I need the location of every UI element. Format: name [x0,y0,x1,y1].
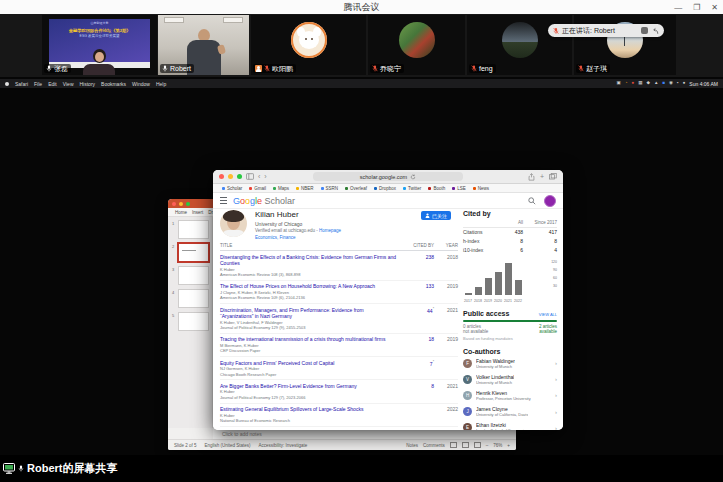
cited-by-count[interactable]: 8 [402,383,434,400]
zoom-in-button[interactable]: + [507,443,510,448]
bookmark-item[interactable]: Maps [273,186,289,191]
status-icon[interactable]: ◔ [625,81,628,86]
language-indicator[interactable]: English (United States) [205,443,251,448]
participant-tile-ouyangpeng[interactable]: 欧阳鹏 [251,15,366,75]
menubar-clock[interactable]: Sun 4:06 AM [689,81,718,87]
accessibility-status[interactable]: Accessibility: Investigate [259,443,308,448]
slide-thumbnail[interactable]: 2 [178,243,209,262]
coauthor-row[interactable]: EEthan IlzetzkiLondon School of Economic… [463,420,557,430]
notes-button[interactable]: Notes [406,443,418,448]
slide-thumbnail[interactable]: 5 [178,312,209,331]
maximize-button[interactable]: ❐ [693,3,700,12]
account-avatar[interactable] [544,195,556,207]
coauthor-row[interactable]: FFabian WaldingerUniversity of Munich› [463,355,557,371]
coauthor-row[interactable]: JJames CloyneUniversity of California, D… [463,404,557,420]
col-cited-by[interactable]: CITED BY [402,243,434,248]
slideshow-icon[interactable] [474,442,481,448]
publication-title-link[interactable]: The Effect of House Prices on Household … [220,283,397,290]
coauthor-name[interactable]: Volker Lindenthal [476,374,514,380]
back-arrow-icon[interactable] [651,27,659,35]
publication-row[interactable]: The Effect of House Prices on Household … [220,281,458,304]
zoom-traffic-light[interactable] [237,174,242,179]
status-icon[interactable]: ● [631,81,634,86]
close-button[interactable]: ✕ [711,3,718,12]
coauthor-name[interactable]: Fabian Waldinger [476,358,515,364]
coauthor-row[interactable]: HHenrik KlevenProfessor, Princeton Unive… [463,387,557,403]
forward-button[interactable]: › [264,173,266,180]
bookmark-item[interactable]: NBER [296,186,314,191]
cited-by-title[interactable]: Cited by [463,210,557,217]
zoom-traffic-light[interactable] [186,202,190,206]
metric-label[interactable]: i10-index [463,247,499,253]
bookmark-item[interactable]: News [473,186,489,191]
bookmark-item[interactable]: LSE [452,186,466,191]
bookmark-item[interactable]: Booth [428,186,445,191]
close-traffic-light[interactable] [172,202,176,206]
status-icon[interactable]: ▲ [654,81,658,86]
sidebar-icon[interactable] [246,173,254,180]
menu-hamburger-icon[interactable] [220,197,227,204]
col-title[interactable]: TITLE [220,243,402,248]
participant-tile-zhanglei[interactable]: 山东财经大学 金融学院国际合作论坛《第2期》 ESG 发展与全球投资展望 张磊 [42,15,157,75]
zoom-level[interactable]: 76% [493,443,502,448]
cited-by-count[interactable]: 238 [402,254,434,278]
publication-row[interactable]: Equity Factors and Firms' Perceived Cost… [220,357,458,380]
normal-view-icon[interactable] [450,442,457,448]
slide-sorter-icon[interactable] [462,442,469,448]
bookmark-item[interactable]: Overleaf [345,186,367,191]
apple-icon[interactable] [5,82,9,86]
chart-bar[interactable] [505,263,512,294]
back-button[interactable]: ‹ [258,173,260,180]
publication-title-link[interactable]: Tracing the international transmission o… [220,336,397,343]
metric-label[interactable]: h-index [463,238,499,244]
cited-by-count[interactable]: 7* [402,360,434,377]
menubar-item[interactable]: Safari [15,81,28,87]
menubar-item[interactable]: Bookmarks [101,81,126,87]
metric-label[interactable]: Citations [463,229,499,235]
menubar-item[interactable]: View [63,81,74,87]
publication-row[interactable]: Estimating General Equilibrium Spillover… [220,404,458,427]
ribbon-tab[interactable]: Insert [192,210,203,215]
menubar-item[interactable]: File [34,81,42,87]
slide-thumbnail[interactable]: 4 [178,289,209,308]
bookmark-item[interactable]: Gmail [249,186,266,191]
tab-overview-icon[interactable] [549,173,557,180]
zoom-out-button[interactable]: – [486,443,489,448]
publication-row[interactable]: Are Bigger Banks Better? Firm-Level Evid… [220,380,458,403]
close-traffic-light[interactable] [219,174,224,179]
status-icon[interactable]: ■ [662,81,665,86]
cited-by-count[interactable]: 44* [402,307,434,331]
bookmark-item[interactable]: SSRN [321,186,339,191]
bookmark-item[interactable]: Twitter [403,186,421,191]
cited-by-count[interactable] [402,406,434,423]
profile-affiliation[interactable]: University of Chicago [255,221,341,227]
profile-photo[interactable] [220,210,247,237]
publication-row[interactable]: Tracing the international transmission o… [220,334,458,357]
publication-title-link[interactable]: Disentangling the Effects of a Banking C… [220,254,397,267]
publication-title-link[interactable]: Discrimination, Managers, and Firm Perfo… [220,307,397,320]
scholar-logo[interactable]: Google Scholar [233,196,295,206]
participant-tile-qiaoxiaoning[interactable]: 乔晓宁 [368,15,465,75]
chart-bar[interactable] [485,278,492,294]
comments-button[interactable]: Comments [423,443,445,448]
publication-title-link[interactable]: Discount Rates: Measurement and Implicat… [220,429,397,430]
interest-link[interactable]: Economics [255,235,277,240]
publication-row[interactable]: Disentangling the Effects of a Banking C… [220,251,458,281]
publication-row[interactable]: Discrimination, Managers, and Firm Perfo… [220,304,458,334]
address-bar[interactable]: scholar.google.com [313,172,463,181]
status-icon[interactable]: ◆ [646,81,649,86]
share-icon[interactable] [528,173,535,181]
homepage-link[interactable]: Homepage [319,228,341,233]
publication-row[interactable]: Discount Rates: Measurement and Implicat… [220,427,458,430]
minimize-traffic-light[interactable] [179,202,183,206]
slide-thumbnail[interactable]: 1 [178,220,209,239]
chart-bar[interactable] [495,272,502,294]
menubar-item[interactable]: Window [132,81,150,87]
raise-hand-icon[interactable] [641,27,648,34]
follow-button[interactable]: 已关注 [421,211,451,220]
slide-thumbnail[interactable]: 3 [178,266,209,285]
browser-window[interactable]: ‹ › scholar.google.com + ScholarGmailMap… [213,170,563,430]
cited-by-count[interactable]: 18 [402,336,434,353]
status-icon[interactable]: ◉ [669,81,673,86]
bookmark-item[interactable]: Dropbox [374,186,396,191]
